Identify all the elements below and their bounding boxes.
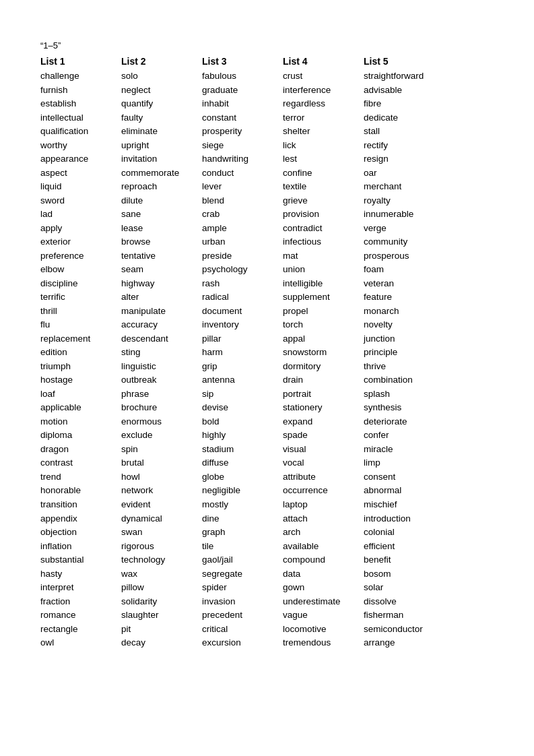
list-item: inventory <box>202 318 276 332</box>
list-item: available <box>283 540 357 554</box>
list-item: prosperous <box>364 249 438 263</box>
list-item: solar <box>364 581 438 595</box>
list-item: technology <box>121 553 195 567</box>
list-item: supplement <box>283 290 357 305</box>
list-item: globe <box>202 470 276 484</box>
list-item: thrive <box>364 360 438 374</box>
list-item: crab <box>202 208 276 222</box>
list-item: critical <box>202 623 276 637</box>
list-item: pillow <box>121 581 195 595</box>
list-col-1: List 1challengefurnishestablishintellect… <box>40 56 114 650</box>
list-item: preside <box>202 249 276 263</box>
list-item: resign <box>364 152 438 166</box>
list-item: stationery <box>283 401 357 415</box>
list-item: document <box>202 305 276 319</box>
subtitle: “1–5” <box>40 40 494 51</box>
list-item: honorable <box>40 484 114 498</box>
list-item: howl <box>121 470 195 484</box>
list-item: solo <box>121 69 195 84</box>
list-item: loaf <box>40 387 114 402</box>
list-item: discipline <box>40 277 114 291</box>
list-item: trend <box>40 470 114 484</box>
list-header-4: List 4 <box>283 56 357 67</box>
list-item: triumph <box>40 360 114 374</box>
word-lists: List 1challengefurnishestablishintellect… <box>40 56 494 650</box>
list-item: portrait <box>283 387 357 402</box>
list-item: sting <box>121 346 195 360</box>
list-item: segregate <box>202 567 276 581</box>
list-item: arrange <box>364 636 438 650</box>
list-item: monarch <box>364 305 438 319</box>
list-item: bosom <box>364 567 438 581</box>
list-item: foam <box>364 263 438 277</box>
list-item: expand <box>283 415 357 429</box>
list-item: outbreak <box>121 373 195 387</box>
list-item: veteran <box>364 277 438 291</box>
list-item: mischief <box>364 498 438 512</box>
list-item: lease <box>121 222 195 236</box>
list-item: tile <box>202 540 276 554</box>
list-item: solidarity <box>121 595 195 609</box>
list-item: junction <box>364 332 438 346</box>
list-item: elbow <box>40 263 114 277</box>
list-item: appendix <box>40 512 114 526</box>
list-item: eliminate <box>121 125 195 139</box>
list-item: visual <box>283 443 357 457</box>
list-item: efficient <box>364 540 438 554</box>
list-item: crust <box>283 69 357 84</box>
list-item: feature <box>364 290 438 305</box>
list-item: romance <box>40 608 114 623</box>
list-item: enormous <box>121 415 195 429</box>
list-item: upright <box>121 139 195 153</box>
list-item: tremendous <box>283 636 357 650</box>
list-item: lever <box>202 180 276 194</box>
list-item: network <box>121 484 195 498</box>
list-item: spade <box>283 429 357 443</box>
list-item: inflation <box>40 540 114 554</box>
list-item: worthy <box>40 139 114 153</box>
list-item: abnormal <box>364 484 438 498</box>
list-item: motion <box>40 415 114 429</box>
list-item: reproach <box>121 180 195 194</box>
list-item: contrast <box>40 456 114 470</box>
list-item: evident <box>121 498 195 512</box>
list-item: appearance <box>40 152 114 166</box>
list-item: benefit <box>364 553 438 567</box>
list-col-3: List 3fabulousgraduateinhabitconstantpro… <box>202 56 276 650</box>
list-item: royalty <box>364 194 438 208</box>
list-item: applicable <box>40 401 114 415</box>
list-item: harm <box>202 346 276 360</box>
list-item: radical <box>202 290 276 305</box>
list-item: interference <box>283 84 357 98</box>
list-item: fisherman <box>364 608 438 623</box>
list-item: sword <box>40 194 114 208</box>
list-item: decay <box>121 636 195 650</box>
list-item: alter <box>121 290 195 305</box>
list-item: transition <box>40 498 114 512</box>
list-item: lick <box>283 139 357 153</box>
list-item: invitation <box>121 152 195 166</box>
list-item: dragon <box>40 443 114 457</box>
list-item: appal <box>283 332 357 346</box>
list-item: rectify <box>364 139 438 153</box>
list-item: locomotive <box>283 623 357 637</box>
list-item: grieve <box>283 194 357 208</box>
list-item: conduct <box>202 166 276 181</box>
list-item: aspect <box>40 166 114 181</box>
list-header-5: List 5 <box>364 56 438 67</box>
list-item: tentative <box>121 249 195 263</box>
list-item: data <box>283 567 357 581</box>
list-header-3: List 3 <box>202 56 276 67</box>
list-item: rash <box>202 277 276 291</box>
list-item: vocal <box>283 456 357 470</box>
list-item: bold <box>202 415 276 429</box>
list-item: swan <box>121 526 195 540</box>
list-item: provision <box>283 208 357 222</box>
list-item: browse <box>121 235 195 249</box>
list-item: exclude <box>121 429 195 443</box>
list-item: novelty <box>364 318 438 332</box>
list-item: fabulous <box>202 69 276 84</box>
list-item: dine <box>202 512 276 526</box>
list-item: confine <box>283 166 357 181</box>
list-header-1: List 1 <box>40 56 114 67</box>
